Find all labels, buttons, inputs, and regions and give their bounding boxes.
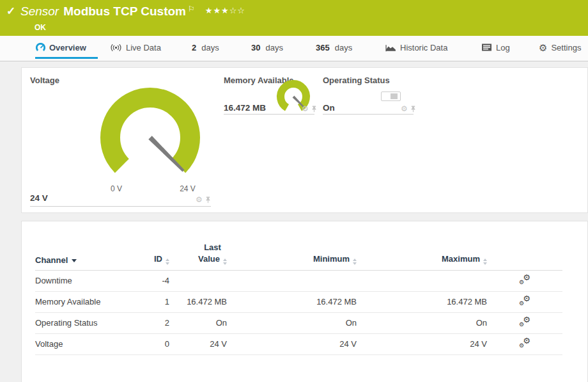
- voltage-gauge: [99, 86, 201, 189]
- table-row-operating-status: Operating Status 2 On On On ⚙⚙: [35, 312, 562, 333]
- column-header-maximum[interactable]: Maximum: [357, 239, 487, 270]
- tab-2-days-number: 2: [192, 43, 196, 52]
- sensor-kind-label: Sensor: [20, 4, 59, 19]
- cell-id: 2: [131, 312, 169, 333]
- tab-live-data[interactable]: Live Data: [110, 36, 161, 59]
- operating-panel-icons: ⚙: [401, 105, 416, 113]
- cell-id: 0: [131, 333, 169, 354]
- sort-updown-icon: [483, 259, 487, 265]
- voltage-value: 24 V: [30, 193, 48, 203]
- tab-30-days-unit: days: [265, 43, 282, 52]
- column-header-maximum-label: Maximum: [442, 254, 480, 264]
- voltage-panel-icons: ⚙: [196, 196, 211, 203]
- operating-gear-icon[interactable]: ⚙: [401, 105, 408, 113]
- cell-id: 1: [131, 291, 169, 312]
- flag-icon[interactable]: ⚐: [188, 4, 195, 13]
- gauge-icon: [36, 43, 45, 52]
- tab-365-days[interactable]: 365 days: [316, 36, 352, 59]
- operating-status-value: On: [323, 103, 335, 113]
- voltage-scale-max-label: 24 V: [173, 184, 202, 193]
- memory-pin-icon[interactable]: [311, 106, 317, 113]
- column-header-value-label: Value: [198, 254, 220, 264]
- channel-table: Channel ID LastValue Minimum Maximum Dow…: [35, 239, 562, 355]
- cell-maximum: 16.472 MB: [357, 291, 487, 312]
- voltage-gear-icon[interactable]: ⚙: [196, 196, 203, 203]
- table-row-memory-available: Memory Available 1 16.472 MB 16.472 MB 1…: [35, 291, 562, 312]
- voltage-pin-icon[interactable]: [205, 196, 211, 203]
- tab-365-days-number: 365: [316, 43, 330, 52]
- tab-settings-label: Settings: [551, 43, 581, 52]
- broadcast-icon: [110, 44, 122, 52]
- cell-id: -4: [131, 270, 169, 291]
- tab-2-days[interactable]: 2 days: [192, 36, 219, 59]
- channel-table-header-row: Channel ID LastValue Minimum Maximum: [35, 239, 562, 270]
- cell-last-value: 24 V: [169, 333, 227, 354]
- channel-settings-gears-icon[interactable]: ⚙⚙: [519, 296, 530, 306]
- cell-channel: Voltage: [35, 333, 131, 354]
- log-list-icon: [481, 44, 492, 51]
- operating-pin-icon[interactable]: [410, 106, 416, 113]
- cell-last-value: 16.472 MB: [169, 291, 227, 312]
- channel-settings-gears-icon[interactable]: ⚙⚙: [519, 275, 530, 285]
- column-header-last-value[interactable]: LastValue: [169, 239, 227, 270]
- sort-caret-down-icon: [72, 259, 77, 262]
- tab-30-days[interactable]: 30 days: [251, 36, 283, 59]
- tab-settings[interactable]: ⚙ Settings: [539, 36, 581, 59]
- tab-bar: Overview Live Data 2 days 30 days 365 da…: [0, 36, 588, 61]
- memory-value: 16.472 MB: [224, 103, 266, 113]
- status-badge: OK: [35, 23, 46, 32]
- cell-channel: Memory Available: [35, 291, 131, 312]
- tab-historic-data-label: Historic Data: [400, 43, 447, 52]
- column-header-channel[interactable]: Channel: [35, 239, 131, 270]
- cell-minimum: 24 V: [227, 333, 357, 354]
- tab-historic-data[interactable]: Historic Data: [385, 36, 447, 59]
- voltage-panel-divider: [30, 206, 211, 207]
- toggle-knob: [391, 93, 398, 99]
- tab-log[interactable]: Log: [481, 36, 510, 59]
- cell-minimum: [227, 270, 357, 291]
- column-header-id-label: ID: [154, 254, 162, 264]
- memory-panel-divider: [224, 114, 314, 115]
- sort-updown-icon: [223, 259, 227, 265]
- prtg-sensor-page: ✓ Sensor Modbus TCP Custom ⚐ ★★★☆☆ OK Ov…: [0, 0, 588, 382]
- star-rating[interactable]: ★★★☆☆: [205, 6, 245, 15]
- column-header-last-label: Last: [204, 243, 221, 252]
- channel-settings-gears-icon[interactable]: ⚙⚙: [519, 317, 530, 327]
- stars-empty: ☆☆: [229, 6, 245, 15]
- cell-channel: Downtime: [35, 270, 131, 291]
- tab-365-days-unit: days: [335, 43, 352, 52]
- sensor-title-row: Sensor Modbus TCP Custom ⚐ ★★★☆☆: [20, 4, 245, 19]
- table-row-downtime: Downtime -4 ⚙⚙: [35, 270, 562, 291]
- cell-minimum: 16.472 MB: [227, 291, 357, 312]
- sensor-status-header: ✓ Sensor Modbus TCP Custom ⚐ ★★★☆☆ OK: [0, 0, 588, 36]
- cell-channel: Operating Status: [35, 312, 131, 333]
- operating-status-toggle-icon: [381, 92, 401, 101]
- check-status-icon: ✓: [6, 4, 15, 18]
- area-chart-icon: [385, 44, 396, 52]
- channel-settings-gears-icon[interactable]: ⚙⚙: [519, 338, 530, 348]
- tab-log-label: Log: [496, 43, 510, 52]
- sensor-title: Modbus TCP Custom: [63, 4, 186, 19]
- gear-icon: ⚙: [539, 43, 547, 52]
- channels-panel: Channel ID LastValue Minimum Maximum Dow…: [21, 221, 588, 382]
- tab-2-days-unit: days: [201, 43, 219, 52]
- memory-gear-icon[interactable]: ⚙: [302, 105, 309, 113]
- voltage-gauge-title: Voltage: [30, 76, 59, 85]
- tab-overview-label: Overview: [49, 43, 86, 52]
- operating-panel-divider: [323, 114, 414, 115]
- cell-maximum: [357, 270, 487, 291]
- operating-status-title: Operating Status: [323, 76, 390, 85]
- cell-minimum: On: [227, 312, 357, 333]
- tab-30-days-number: 30: [251, 43, 260, 52]
- stars-filled: ★★★: [205, 6, 229, 15]
- column-header-minimum-label: Minimum: [313, 254, 350, 264]
- cell-maximum: On: [357, 312, 487, 333]
- column-header-settings: [487, 239, 562, 270]
- voltage-scale-min-label: 0 V: [104, 184, 129, 193]
- sort-updown-icon: [353, 259, 357, 265]
- cell-last-value: On: [169, 312, 227, 333]
- tab-overview[interactable]: Overview: [36, 36, 86, 59]
- sort-updown-icon: [166, 259, 169, 265]
- column-header-id[interactable]: ID: [131, 239, 169, 270]
- column-header-minimum[interactable]: Minimum: [227, 239, 357, 270]
